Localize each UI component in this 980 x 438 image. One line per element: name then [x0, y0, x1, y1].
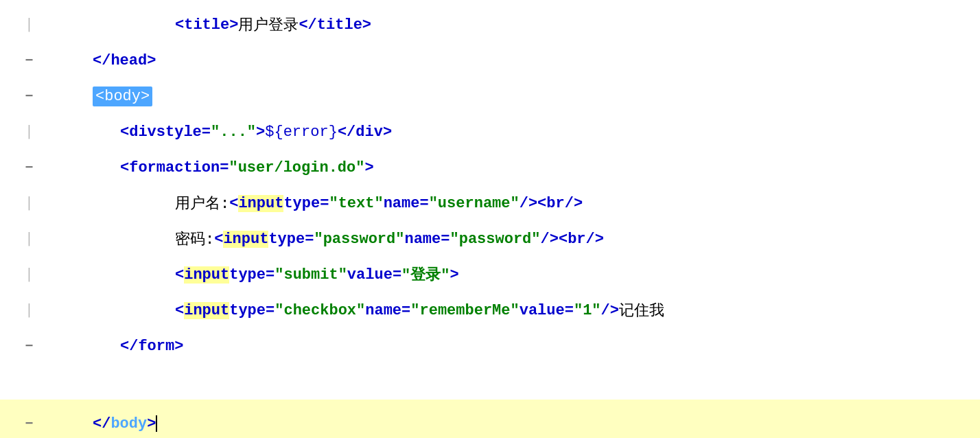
- line-div: │ <div style="..."> ${error}</div>: [0, 114, 980, 150]
- attr-name-username-val: "username": [429, 195, 520, 212]
- bracket: </: [299, 16, 316, 34]
- bracket: <: [214, 231, 223, 248]
- attr-style-value: "...": [211, 124, 256, 141]
- fold-icon-body[interactable]: −: [25, 89, 33, 104]
- bracket: />: [520, 195, 537, 212]
- attr-type-text: "text": [329, 195, 383, 212]
- tag-body-open: <body>: [93, 87, 152, 106]
- attr-name-username: name: [384, 195, 420, 212]
- tag-head: head: [110, 52, 147, 69]
- bracket: <: [175, 302, 184, 319]
- bracket: <: [120, 159, 129, 176]
- bracket: >: [364, 159, 373, 176]
- attr-type-checkbox-val: "checkbox": [275, 302, 365, 319]
- fold-icon-form-close[interactable]: −: [25, 338, 33, 354]
- bracket: />: [601, 302, 619, 319]
- attr-action-value: "user/login.do": [229, 159, 364, 176]
- bracket: =: [393, 266, 401, 284]
- bracket: <: [537, 195, 546, 212]
- bracket: <: [559, 231, 568, 248]
- line-title: │ <title>用户登录</title>: [0, 7, 980, 43]
- gutter-password: │: [0, 232, 58, 246]
- gutter-body-open: −: [0, 89, 58, 104]
- tag-form: form: [129, 159, 165, 176]
- attr-type-password: type: [268, 231, 305, 248]
- fold-icon-head[interactable]: −: [25, 53, 33, 69]
- code-line-body-close: </body>: [58, 406, 980, 438]
- code-line-body-open: <body>: [58, 78, 980, 114]
- attr-type-password-val: "password": [314, 231, 404, 248]
- bracket: >: [450, 266, 458, 284]
- attr-type-submit: type: [229, 266, 266, 284]
- bracket: >: [174, 338, 183, 355]
- bracket: >: [362, 16, 371, 34]
- attr-type-username: type: [283, 195, 320, 212]
- attr-name-rememberme: name: [365, 302, 401, 319]
- gutter-title: │: [0, 18, 58, 32]
- tag-div-close: div: [355, 124, 383, 141]
- code-line-title: <title>用户登录</title>: [58, 7, 980, 43]
- tag-body-close: body: [110, 415, 147, 433]
- tag-input-checkbox: input: [184, 302, 229, 319]
- line-empty: [0, 364, 980, 400]
- bracket: >: [383, 124, 392, 141]
- code-line-empty: [58, 364, 980, 400]
- bracket: =: [220, 159, 229, 176]
- bracket: <: [229, 195, 238, 212]
- bracket: </: [93, 52, 110, 69]
- fold-icon-body-close[interactable]: −: [25, 416, 33, 432]
- label-rememberme: 记住我: [619, 300, 664, 321]
- line-body-open: − <body>: [0, 78, 980, 114]
- line-head-close: − </head>: [0, 43, 980, 78]
- attr-name-password-val: "password": [450, 231, 540, 248]
- bracket: =: [202, 124, 211, 141]
- bracket: =: [266, 302, 275, 319]
- tag-title-close: title: [317, 16, 362, 34]
- bracket: >: [147, 52, 156, 69]
- attr-style: style: [156, 124, 202, 141]
- tag-div: div: [129, 124, 156, 141]
- bracket: =: [320, 195, 329, 212]
- line-form-close: − </form>: [0, 328, 980, 364]
- bracket: >: [147, 415, 156, 433]
- bracket: =: [419, 195, 428, 212]
- label-password: 密码:: [175, 229, 214, 249]
- tag-form-close: form: [138, 338, 174, 355]
- code-line-div: <div style="..."> ${error}</div>: [58, 114, 980, 150]
- code-line-password: 密码:<input type="password" name="password…: [58, 221, 980, 257]
- attr-value-rememberme-val: "1": [574, 302, 601, 319]
- attr-type-checkbox: type: [229, 302, 266, 319]
- line-password: │ 密码:<input type="password" name="passwo…: [0, 221, 980, 257]
- tag-input-submit: input: [184, 266, 229, 284]
- attr-name-rememberme-val: "rememberMe": [410, 302, 519, 319]
- bracket: =: [565, 302, 574, 319]
- code-line-submit: <input type="submit" value="登录">: [58, 257, 980, 292]
- bracket: <: [175, 16, 184, 34]
- line-body-close: − </body>: [0, 400, 980, 438]
- bracket: =: [305, 231, 314, 248]
- bracket: </: [338, 124, 355, 141]
- code-line-form: <form action="user/login.do">: [58, 150, 980, 185]
- bracket: />: [565, 195, 583, 212]
- label-username: 用户名:: [175, 193, 229, 214]
- bracket: <: [120, 124, 129, 141]
- bracket: =: [401, 302, 410, 319]
- bracket: </: [93, 415, 110, 433]
- line-form-open: − <form action="user/login.do">: [0, 150, 980, 185]
- tag-title: title: [184, 16, 229, 34]
- line-checkbox: │ <input type="checkbox" name="rememberM…: [0, 292, 980, 328]
- bracket: >: [229, 16, 238, 34]
- editor-container: │ <title>用户登录</title> − </head> −: [0, 0, 980, 438]
- attr-value-submit-val: "登录": [401, 264, 450, 285]
- attr-action: action: [165, 159, 220, 176]
- attr-value-submit: value: [347, 266, 393, 284]
- attr-value-rememberme: value: [520, 302, 565, 319]
- attr-type-submit-val: "submit": [275, 266, 347, 284]
- code-line-head: </head>: [58, 43, 980, 78]
- title-text: 用户登录: [238, 14, 299, 35]
- line-submit: │ <input type="submit" value="登录">: [0, 257, 980, 292]
- fold-icon-form[interactable]: −: [25, 160, 33, 176]
- gutter-checkbox: │: [0, 303, 58, 317]
- tag-br1: br: [546, 195, 564, 212]
- gutter-head: −: [0, 53, 58, 69]
